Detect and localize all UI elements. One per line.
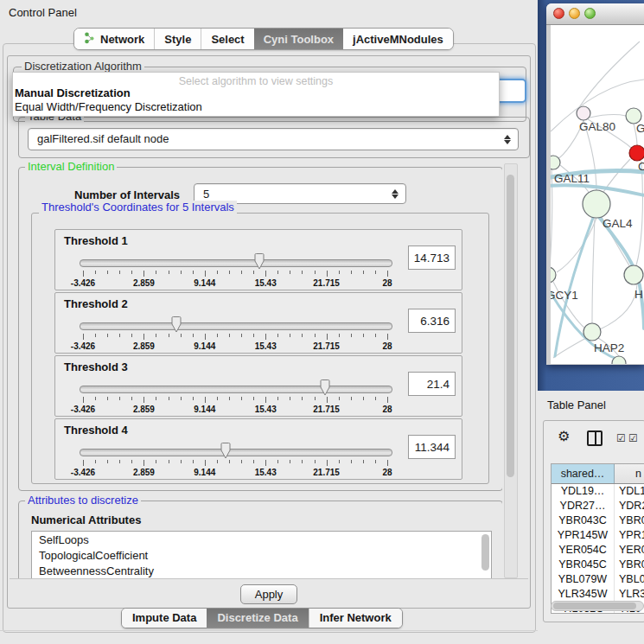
cell[interactable]: YBR043C [552,513,615,528]
slider-thumb[interactable] [169,316,183,334]
tab-infer-network[interactable]: Infer Network [309,609,402,628]
table-horizontal-scrollbar[interactable] [551,601,644,611]
threshold-4-panel: Threshold 4 -3.4262.8599.14415.4321.7152… [54,418,462,480]
network-canvas[interactable]: GAL80 GA C GAL11 GAL4 GCY1 H HAP2 [551,25,644,364]
node-label-hap2: HAP2 [594,341,624,354]
zoom-traffic-light[interactable] [584,8,596,19]
discretization-algorithm-legend: Discretization Algorithm [22,60,144,73]
slider-thumb[interactable] [318,379,332,397]
tab-label: Network [100,33,144,46]
threshold-1-value-field[interactable]: 14.713 [408,245,456,270]
checkbox-icon[interactable]: ☑ [628,432,638,444]
slider-track[interactable] [80,386,392,393]
cell[interactable]: YPR145W [552,528,615,543]
tab-select[interactable]: Select [201,29,253,49]
table-row[interactable]: YBR043CYBR0 [552,513,644,528]
node-label-partial-h: H [634,288,643,301]
cell[interactable]: YBR045C [552,558,615,572]
table-row[interactable]: YDR27…YDR2 [552,499,644,513]
slider-track[interactable] [80,449,392,456]
column-header-shared[interactable]: shared… [552,464,615,483]
table-row[interactable]: YPR145WYPR1 [552,528,644,543]
stepper-arrows-icon [504,129,511,150]
tab-discretize-data[interactable]: Discretize Data [207,609,308,628]
cell[interactable]: YPR1 [615,528,644,543]
slider-thumb[interactable] [252,253,266,271]
cell[interactable]: YBL0 [615,572,644,587]
node-gal11[interactable] [551,156,560,169]
node-red-selected[interactable] [629,145,644,161]
close-traffic-light[interactable] [553,8,564,19]
minimize-traffic-light[interactable] [569,8,580,19]
apply-button[interactable]: Apply [240,584,297,604]
threshold-4-slider[interactable]: -3.4262.8599.14415.4321.71528 [80,442,405,476]
network-window-titlebar[interactable] [546,3,644,25]
table-data-combobox[interactable]: galFiltered.sif default node [28,128,519,150]
table-header-row: shared… n [552,464,644,484]
tab-label: Style [164,33,191,46]
interval-definition-legend: Interval Definition [25,162,117,173]
scrollbar-thumb[interactable] [553,603,636,609]
threshold-4-value-field[interactable]: 11.344 [408,435,456,459]
tab-label: jActiveMNodules [353,33,443,46]
column-header-name[interactable]: n [615,464,644,483]
cell[interactable]: YDR27… [552,499,615,513]
slider-track[interactable] [80,322,392,330]
threshold-3-value-field[interactable]: 21.4 [408,372,456,396]
list-item[interactable]: SelfLoops [32,532,491,547]
node-gcy1[interactable] [551,267,556,283]
tab-network[interactable]: Network [74,29,154,49]
cell[interactable]: YBR0 [615,513,644,528]
cell[interactable]: YBR0 [615,558,644,572]
tab-cyni-toolbox[interactable]: Cyni Toolbox [254,29,343,49]
node-h[interactable] [624,265,643,284]
cell[interactable]: YDL19… [552,484,615,499]
cell[interactable]: YER0 [615,543,644,558]
numerical-attributes-list[interactable]: SelfLoops TopologicalCoefficient Between… [31,531,492,578]
interval-definition-group: Number of Intervals 5 Threshold 1 [18,167,502,491]
cell[interactable]: YDR2 [615,499,644,513]
menu-item-equal-width-frequency[interactable]: Equal Width/Frequency Discretization [15,100,202,113]
node-gal80[interactable] [577,106,590,120]
slider-track[interactable] [80,259,392,267]
menu-item-manual-discretization[interactable]: Manual Discretization [15,86,131,99]
cell[interactable]: YLR345W [552,587,615,602]
node-gal4[interactable] [583,190,610,218]
table-row[interactable]: YBR045CYBR0 [552,558,644,572]
slider-thumb[interactable] [219,443,233,460]
checkbox-icon[interactable]: ☑ [616,432,626,444]
threshold-2-slider[interactable]: -3.4262.8599.14415.4321.71528 [80,316,405,350]
list-item[interactable]: TopologicalCoefficient [32,547,491,563]
gear-icon[interactable]: ⚙ [558,428,570,444]
cell[interactable]: YBL079W [552,572,615,587]
panel-bottom-edge [0,630,538,631]
attributes-group: Numerical Attributes SelfLoops Topologic… [18,501,502,578]
node-hap2[interactable] [583,323,601,341]
table-row[interactable]: YDL19…YDL1 [552,484,644,499]
tab-jactivemnodules[interactable]: jActiveMNodules [343,29,453,49]
node-attribute-table[interactable]: shared… n YDL19…YDL1 YDR27…YDR2 YBR043CY… [551,463,644,614]
tab-impute-data[interactable]: Impute Data [122,609,207,628]
algorithm-hint-text: Select algorithm to view settings [13,75,499,87]
scrollbar-thumb[interactable] [507,175,514,477]
list-scrollbar[interactable] [481,534,489,571]
tab-style[interactable]: Style [154,29,201,49]
panel-title: Control Panel [9,6,77,19]
list-item[interactable]: BetweennessCentrality [32,563,491,578]
table-row[interactable]: YER054CYER0 [552,543,644,558]
network-graph: GAL80 GA C GAL11 GAL4 GCY1 H HAP2 [551,25,644,364]
split-columns-icon[interactable] [587,430,603,446]
threshold-1-slider[interactable]: -3.4262.8599.14415.4321.71528 [80,252,405,287]
cell[interactable]: YDL1 [615,484,644,499]
control-panel: Control Panel ✕ Network Style Select Cyn… [0,0,538,644]
discretize-tab-content: Discretization Algorithm Select algorith… [7,55,531,609]
cell[interactable]: YER054C [552,543,615,558]
threshold-3-slider[interactable]: -3.4262.8599.14415.4321.71528 [80,379,405,413]
table-row[interactable]: YBL079WYBL0 [552,572,644,587]
thresholds-group: Threshold 1 -3.4262.8599.14415.4321.7152… [31,213,489,484]
threshold-2-value-field[interactable]: 6.316 [408,309,456,333]
table-row[interactable]: YLR345WYLR3 [552,587,644,602]
slider-tick-marks [83,271,387,277]
panel-scrollbar[interactable] [504,163,518,578]
cell[interactable]: YLR3 [615,587,644,602]
